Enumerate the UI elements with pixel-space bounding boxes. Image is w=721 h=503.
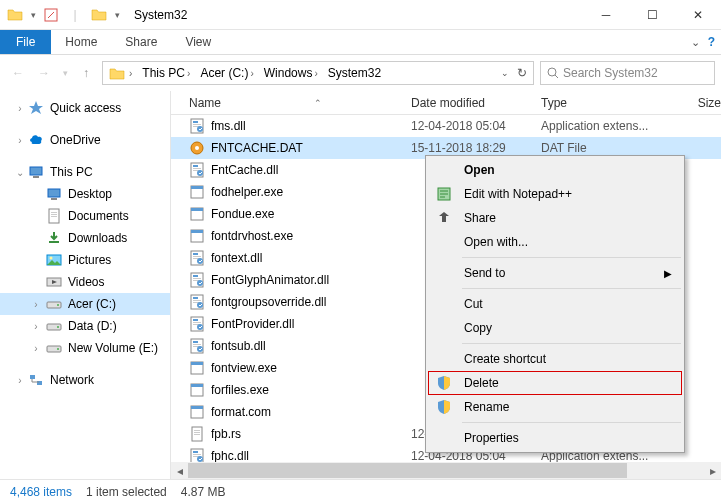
menu-copy[interactable]: Copy (428, 316, 682, 340)
maximize-button[interactable]: ☐ (629, 0, 675, 30)
file-icon (189, 272, 205, 288)
menu-open[interactable]: Open (428, 158, 682, 182)
expand-ribbon-icon[interactable]: ⌄ (691, 36, 700, 49)
menu-rename[interactable]: Rename (428, 395, 682, 419)
file-icon (189, 426, 205, 442)
menu-cut[interactable]: Cut (428, 292, 682, 316)
refresh-icon[interactable]: ↻ (513, 66, 531, 80)
qat-dropdown[interactable]: ▾ (28, 4, 38, 26)
address-bar[interactable]: › This PC› Acer (C:)› Windows› System32 … (102, 61, 534, 85)
title-bar: ▾ | ▾ System32 ─ ☐ ✕ (0, 0, 721, 30)
menu-send-to[interactable]: Send to▶ (428, 261, 682, 285)
file-name: FontGlyphAnimator.dll (211, 273, 329, 287)
file-icon (189, 294, 205, 310)
notepad-icon (436, 186, 452, 202)
address-dropdown-icon[interactable]: ⌄ (497, 68, 513, 78)
menu-delete[interactable]: Delete (428, 371, 682, 395)
column-size[interactable]: Size (671, 96, 721, 110)
menu-properties[interactable]: Properties (428, 426, 682, 450)
nav-pictures[interactable]: Pictures (0, 249, 170, 271)
file-icon (189, 228, 205, 244)
tab-home[interactable]: Home (51, 30, 111, 54)
file-icon (189, 404, 205, 420)
desktop-icon (46, 186, 62, 202)
scroll-thumb[interactable] (188, 463, 627, 478)
qat-properties-icon[interactable] (40, 4, 62, 26)
crumb-root[interactable]: › (105, 62, 138, 84)
file-date: 12-04-2018 05:04 (411, 119, 541, 133)
nav-downloads[interactable]: Downloads (0, 227, 170, 249)
qat-folder-icon[interactable] (4, 4, 26, 26)
file-icon (189, 140, 205, 156)
file-name: fontdrvhost.exe (211, 229, 293, 243)
scroll-right-button[interactable]: ▸ (704, 462, 721, 479)
nav-newvol-e[interactable]: ›New Volume (E:) (0, 337, 170, 359)
qat-divider: | (64, 4, 86, 26)
forward-button[interactable]: → (32, 61, 56, 85)
crumb-windows[interactable]: Windows› (260, 62, 324, 84)
column-date[interactable]: Date modified (411, 96, 541, 110)
file-icon (189, 338, 205, 354)
status-item-count: 4,468 items (10, 485, 72, 499)
back-button[interactable]: ← (6, 61, 30, 85)
file-icon (189, 316, 205, 332)
crumb-acer[interactable]: Acer (C:)› (196, 62, 259, 84)
minimize-button[interactable]: ─ (583, 0, 629, 30)
search-input[interactable]: Search System32 (540, 61, 715, 85)
search-icon (547, 67, 559, 79)
file-name: fms.dll (211, 119, 246, 133)
file-row[interactable]: fms.dll12-04-2018 05:04Application exten… (171, 115, 721, 137)
file-icon (189, 184, 205, 200)
nav-network[interactable]: ›Network (0, 369, 170, 391)
file-icon (189, 360, 205, 376)
column-type[interactable]: Type (541, 96, 671, 110)
pictures-icon (46, 252, 62, 268)
status-size: 4.87 MB (181, 485, 226, 499)
file-icon (189, 162, 205, 178)
crumb-thispc[interactable]: This PC› (138, 62, 196, 84)
nav-quick-access[interactable]: ›Quick access (0, 97, 170, 119)
horizontal-scrollbar[interactable]: ◂ ▸ (171, 462, 721, 479)
qat-dropdown-2[interactable]: ▾ (112, 4, 122, 26)
tab-share[interactable]: Share (111, 30, 171, 54)
nav-thispc[interactable]: ⌄This PC (0, 161, 170, 183)
tab-view[interactable]: View (171, 30, 225, 54)
file-name: fphc.dll (211, 449, 249, 462)
menu-create-shortcut[interactable]: Create shortcut (428, 347, 682, 371)
close-button[interactable]: ✕ (675, 0, 721, 30)
nav-videos[interactable]: Videos (0, 271, 170, 293)
ribbon: File Home Share View ⌄ ? (0, 30, 721, 55)
nav-arrows: ← → ▾ ↑ (6, 61, 98, 85)
status-selected: 1 item selected (86, 485, 167, 499)
nav-desktop[interactable]: Desktop (0, 183, 170, 205)
menu-share[interactable]: Share (428, 206, 682, 230)
chevron-right-icon: ▶ (664, 268, 672, 279)
star-icon (28, 100, 44, 116)
up-button[interactable]: ↑ (74, 61, 98, 85)
recent-dropdown[interactable]: ▾ (58, 61, 72, 85)
menu-separator (462, 343, 681, 344)
svg-point-25 (548, 68, 556, 76)
column-name[interactable]: Name⌃ (171, 96, 411, 110)
crumb-system32[interactable]: System32 (324, 62, 385, 84)
scroll-track[interactable] (188, 462, 704, 479)
file-tab[interactable]: File (0, 30, 51, 54)
drive-icon (46, 340, 62, 356)
list-header: Name⌃ Date modified Type Size (171, 91, 721, 115)
nav-data-d[interactable]: ›Data (D:) (0, 315, 170, 337)
nav-onedrive[interactable]: ›OneDrive (0, 129, 170, 151)
menu-open-with[interactable]: Open with... (428, 230, 682, 254)
videos-icon (46, 274, 62, 290)
menu-separator (462, 288, 681, 289)
file-name: FNTCACHE.DAT (211, 141, 303, 155)
menu-separator (462, 422, 681, 423)
help-icon[interactable]: ? (708, 35, 715, 49)
nav-acer-c[interactable]: ›Acer (C:) (0, 293, 170, 315)
nav-documents[interactable]: Documents (0, 205, 170, 227)
menu-edit-notepad[interactable]: Edit with Notepad++ (428, 182, 682, 206)
qat-folder-icon-2[interactable] (88, 4, 110, 26)
drive-icon (46, 296, 62, 312)
scroll-left-button[interactable]: ◂ (171, 462, 188, 479)
nav-bar: ← → ▾ ↑ › This PC› Acer (C:)› Windows› S… (0, 55, 721, 91)
file-date: 15-11-2018 18:29 (411, 141, 541, 155)
